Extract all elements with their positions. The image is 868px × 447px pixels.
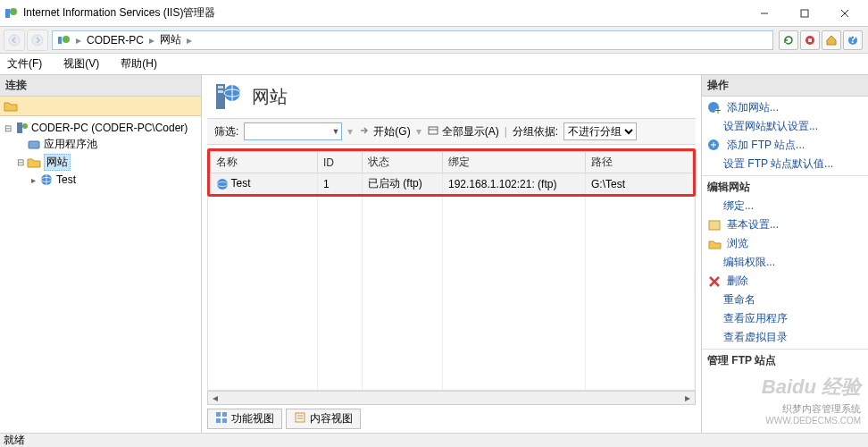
- globe-add-icon: +: [707, 101, 722, 115]
- scroll-left-icon[interactable]: ◂: [208, 392, 222, 404]
- scroll-right-icon[interactable]: ▸: [680, 392, 695, 404]
- collapse-icon[interactable]: ⊟: [2, 123, 14, 133]
- svg-rect-26: [429, 127, 438, 134]
- cell-status: 已启动 (ftp): [363, 173, 443, 195]
- folder-icon[interactable]: [4, 99, 18, 114]
- breadcrumb-item[interactable]: CODER-PC: [83, 34, 147, 46]
- maximize-button[interactable]: [784, 1, 824, 26]
- show-all-button[interactable]: 全部显示(A): [427, 124, 499, 139]
- filter-toolbar: 筛选: ▼ ▾ 开始(G) ▾ 全部显示(A) | 分组依据: 不进行分组: [207, 118, 696, 145]
- tree-node-server[interactable]: ⊟ CODER-PC (CODER-PC\Coder): [2, 120, 199, 136]
- action-delete[interactable]: 删除: [702, 272, 868, 291]
- action-add-site[interactable]: + 添加网站...: [702, 98, 868, 117]
- svg-rect-32: [216, 418, 221, 423]
- stop-icon[interactable]: [800, 30, 820, 50]
- expand-icon[interactable]: ▸: [27, 175, 39, 185]
- menu-view[interactable]: 视图(V): [60, 55, 103, 73]
- dropdown-caret-icon: ▼: [331, 127, 339, 136]
- home-icon[interactable]: [822, 30, 841, 50]
- action-label: 浏览: [727, 236, 748, 251]
- actions-header: 操作: [702, 75, 868, 97]
- action-label: 查看虚拟目录: [723, 330, 788, 345]
- action-label: 添加 FTP 站点...: [727, 138, 805, 153]
- menu-file[interactable]: 文件(F): [4, 55, 46, 73]
- sites-page-icon: [211, 80, 243, 113]
- svg-rect-30: [216, 412, 221, 417]
- action-label: 设置网站默认设置...: [723, 119, 818, 134]
- go-button[interactable]: 开始(G): [358, 124, 410, 139]
- nav-back-button[interactable]: [4, 30, 25, 51]
- action-edit-permissions[interactable]: 编辑权限...: [702, 253, 868, 272]
- tree-node-app-pools[interactable]: 应用程序池: [2, 136, 199, 153]
- action-add-ftp-site[interactable]: 添加 FTP 站点...: [702, 136, 868, 155]
- status-text: 就绪: [4, 433, 25, 447]
- action-label: 设置 FTP 站点默认值...: [723, 156, 833, 172]
- window-title: Internet Information Services (IIS)管理器: [23, 5, 744, 21]
- col-status[interactable]: 状态: [363, 152, 443, 173]
- svg-point-6: [9, 35, 20, 46]
- connections-toolbar: [0, 97, 201, 116]
- action-label: 查看应用程序: [723, 311, 788, 326]
- col-id[interactable]: ID: [318, 152, 363, 173]
- filter-input[interactable]: ▼: [244, 122, 342, 140]
- tree-node-sites[interactable]: ⊟ 网站: [2, 153, 199, 172]
- nav-forward-button[interactable]: [27, 30, 48, 51]
- action-label: 编辑权限...: [723, 255, 775, 270]
- help-icon[interactable]: ?: [843, 30, 863, 50]
- chevron-right-icon: ▸: [185, 34, 194, 46]
- svg-rect-34: [296, 413, 305, 422]
- breadcrumb-item[interactable]: 网站: [156, 32, 185, 47]
- sites-table-highlight: 名称 ID 状态 绑定 路径 Test 1 已启动 (ftp) 192.168.…: [207, 148, 696, 197]
- group-by-select[interactable]: 不进行分组: [563, 122, 637, 140]
- action-view-apps[interactable]: 查看应用程序: [702, 309, 868, 328]
- horizontal-scrollbar[interactable]: ◂ ▸: [207, 391, 696, 405]
- action-browse[interactable]: 浏览: [702, 234, 868, 253]
- actions-panel: 操作 + 添加网站... 设置网站默认设置... 添加 FTP 站点... 设置…: [702, 75, 868, 433]
- chevron-right-icon: ▸: [74, 34, 83, 46]
- page-header: 网站: [202, 75, 701, 118]
- action-label: 基本设置...: [727, 217, 779, 232]
- show-all-label: 全部显示(A): [442, 124, 499, 139]
- collapse-icon[interactable]: ⊟: [14, 157, 27, 167]
- table-row[interactable]: Test 1 已启动 (ftp) 192.168.1.102:21: (ftp)…: [211, 173, 693, 195]
- minimize-button[interactable]: [744, 1, 784, 26]
- tab-features-view[interactable]: 功能视图: [207, 409, 282, 429]
- filter-label: 筛选:: [214, 124, 238, 139]
- col-name[interactable]: 名称: [211, 152, 318, 173]
- col-path[interactable]: 路径: [586, 152, 693, 173]
- group-edit-site: 编辑网站: [702, 175, 868, 197]
- svg-text:+: +: [714, 104, 721, 115]
- folder-icon: [27, 156, 41, 170]
- close-button[interactable]: [824, 1, 864, 26]
- tab-content-view[interactable]: 内容视图: [286, 409, 361, 429]
- globe-icon: [216, 178, 229, 190]
- refresh-all-icon[interactable]: [779, 30, 798, 50]
- breadcrumb[interactable]: ▸ CODER-PC ▸ 网站 ▸: [52, 30, 773, 50]
- connections-panel: 连接 ⊟ CODER-PC (CODER-PC\Coder) 应用程序池 ⊟ 网…: [0, 75, 202, 433]
- col-binding[interactable]: 绑定: [443, 152, 586, 173]
- svg-point-7: [32, 35, 43, 46]
- connections-tree: ⊟ CODER-PC (CODER-PC\Coder) 应用程序池 ⊟ 网站 ▸…: [0, 116, 201, 191]
- connections-header: 连接: [0, 75, 201, 97]
- action-bindings[interactable]: 绑定...: [702, 197, 868, 215]
- go-label: 开始(G): [373, 124, 410, 139]
- cell-name: Test: [231, 177, 251, 190]
- action-view-vdirs[interactable]: 查看虚拟目录: [702, 328, 868, 347]
- svg-point-1: [10, 8, 17, 15]
- svg-rect-0: [5, 9, 10, 18]
- action-set-site-defaults[interactable]: 设置网站默认设置...: [702, 117, 868, 136]
- grid-empty-area: [207, 197, 696, 391]
- statusbar: 就绪: [0, 433, 868, 447]
- action-set-ftp-defaults[interactable]: 设置 FTP 站点默认值...: [702, 155, 868, 173]
- cell-path: G:\Test: [586, 173, 693, 195]
- svg-rect-22: [218, 90, 223, 93]
- features-view-icon: [215, 411, 228, 426]
- action-basic-settings[interactable]: 基本设置...: [702, 215, 868, 234]
- delete-icon: [707, 274, 722, 289]
- action-rename[interactable]: 重命名: [702, 291, 868, 309]
- menu-help[interactable]: 帮助(H): [117, 55, 161, 73]
- sites-grid: 名称 ID 状态 绑定 路径 Test 1 已启动 (ftp) 192.168.…: [210, 151, 693, 194]
- tree-label: Test: [56, 173, 76, 186]
- content-view-icon: [294, 411, 306, 426]
- tree-node-site[interactable]: ▸ Test: [2, 172, 199, 188]
